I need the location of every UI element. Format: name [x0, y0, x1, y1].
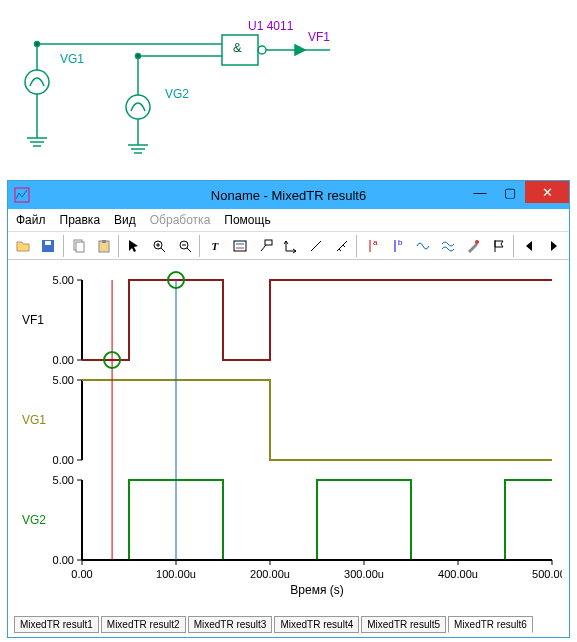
svg-text:400.00u: 400.00u [438, 568, 478, 580]
menu-edit[interactable]: Правка [60, 213, 101, 227]
wave-icon[interactable] [411, 234, 434, 258]
svg-line-27 [161, 248, 165, 252]
label-u1: U1 4011 [248, 19, 293, 33]
svg-line-40 [343, 245, 345, 247]
wave2-icon[interactable] [436, 234, 459, 258]
svg-point-45 [475, 240, 479, 244]
menu-file[interactable]: Файл [16, 213, 46, 227]
annotate-icon[interactable] [254, 234, 277, 258]
text-icon[interactable]: T [203, 234, 226, 258]
tab-mixedtr-result2[interactable]: MixedTR result2 [101, 616, 186, 633]
svg-text:100.00u: 100.00u [156, 568, 196, 580]
svg-rect-23 [76, 242, 84, 252]
legend-icon[interactable] [229, 234, 252, 258]
probe-icon[interactable] [462, 234, 485, 258]
svg-point-0 [25, 70, 49, 94]
save-icon[interactable] [36, 234, 59, 258]
label-vf1: VF1 [308, 30, 330, 44]
svg-point-18 [136, 54, 141, 59]
cursor-a-icon[interactable]: a [360, 234, 383, 258]
svg-text:b: b [398, 238, 403, 247]
menu-process[interactable]: Обработка [150, 213, 211, 227]
open-icon[interactable] [11, 234, 34, 258]
tab-mixedtr-result1[interactable]: MixedTR result1 [14, 616, 99, 633]
next-icon[interactable] [543, 234, 566, 258]
svg-point-17 [35, 42, 40, 47]
chart-svg: 5.000.00VF15.000.00VG15.000.00VG20.00100… [14, 268, 562, 608]
copy-icon[interactable] [67, 234, 90, 258]
svg-text:5.00: 5.00 [53, 474, 74, 486]
menubar: Файл Правка Вид Обработка Помощь [8, 209, 569, 232]
schematic-canvas: & VG1 VG2 U1 4011 VF1 [0, 0, 577, 180]
zoom-in-icon[interactable] [148, 234, 171, 258]
prev-icon[interactable] [517, 234, 540, 258]
svg-point-7 [126, 95, 150, 119]
svg-line-31 [187, 248, 191, 252]
svg-point-15 [258, 46, 266, 54]
svg-text:0.00: 0.00 [71, 568, 92, 580]
zoom-out-icon[interactable] [173, 234, 196, 258]
tab-mixedtr-result5[interactable]: MixedTR result5 [361, 616, 446, 633]
svg-text:Время (s): Время (s) [290, 583, 343, 597]
svg-rect-36 [265, 240, 272, 245]
svg-text:5.00: 5.00 [53, 374, 74, 386]
tab-bar: MixedTR result1MixedTR result2MixedTR re… [8, 614, 569, 637]
svg-rect-25 [102, 240, 106, 243]
svg-text:300.00u: 300.00u [344, 568, 384, 580]
tab-mixedtr-result6[interactable]: MixedTR result6 [448, 616, 533, 633]
svg-line-38 [337, 241, 347, 251]
tab-mixedtr-result4[interactable]: MixedTR result4 [274, 616, 359, 633]
svg-text:0.00: 0.00 [53, 554, 74, 566]
toolbar: T a b [8, 232, 569, 260]
titlebar[interactable]: Noname - MixedTR result6 — ▢ ✕ [8, 181, 569, 209]
svg-text:VG2: VG2 [22, 513, 46, 527]
gate-symbol: & [233, 40, 242, 55]
app-icon [14, 187, 30, 203]
svg-rect-33 [234, 241, 246, 251]
pointer-icon[interactable] [122, 234, 145, 258]
line-icon[interactable] [305, 234, 328, 258]
svg-text:500.00u: 500.00u [532, 568, 562, 580]
svg-text:0.00: 0.00 [53, 354, 74, 366]
cursor-b-icon[interactable]: b [386, 234, 409, 258]
axis-icon[interactable] [279, 234, 302, 258]
svg-line-37 [311, 241, 321, 251]
chart-area[interactable]: 5.000.00VF15.000.00VG15.000.00VG20.00100… [8, 260, 569, 614]
paste-icon[interactable] [92, 234, 115, 258]
flag-icon[interactable] [487, 234, 510, 258]
svg-rect-21 [45, 241, 51, 245]
menu-view[interactable]: Вид [114, 213, 136, 227]
plot-window: Noname - MixedTR result6 — ▢ ✕ Файл Прав… [7, 180, 570, 638]
svg-text:VG1: VG1 [22, 413, 46, 427]
menu-help[interactable]: Помощь [224, 213, 270, 227]
close-button[interactable]: ✕ [525, 181, 569, 203]
svg-line-39 [339, 249, 341, 251]
tab-mixedtr-result3[interactable]: MixedTR result3 [188, 616, 273, 633]
svg-text:5.00: 5.00 [53, 274, 74, 286]
svg-text:VF1: VF1 [22, 313, 44, 327]
label-vg2: VG2 [165, 87, 189, 101]
maximize-button[interactable]: ▢ [495, 181, 525, 203]
svg-text:a: a [373, 238, 378, 247]
ruler-icon[interactable] [330, 234, 353, 258]
minimize-button[interactable]: — [465, 181, 495, 203]
svg-text:0.00: 0.00 [53, 454, 74, 466]
svg-text:200.00u: 200.00u [250, 568, 290, 580]
label-vg1: VG1 [60, 52, 84, 66]
